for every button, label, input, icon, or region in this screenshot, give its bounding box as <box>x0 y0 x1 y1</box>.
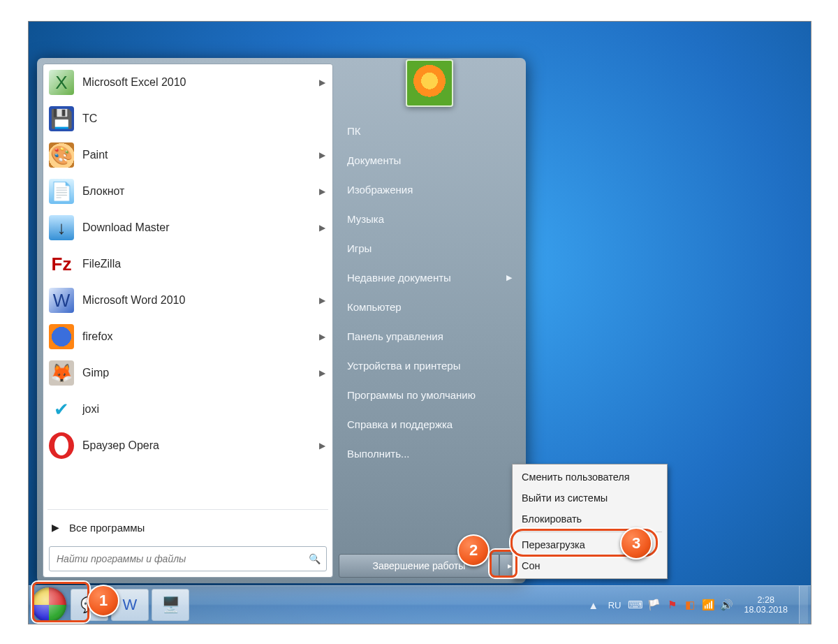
network-icon[interactable]: 📶 <box>702 599 714 611</box>
chevron-right-icon: ▶ <box>319 223 325 233</box>
search-input[interactable] <box>55 552 309 565</box>
gimp-icon: 🦊 <box>49 360 74 386</box>
program-item[interactable]: 💾TC <box>43 101 332 137</box>
start-search[interactable]: 🔍 <box>49 546 327 571</box>
tc-icon: 💾 <box>49 106 74 131</box>
program-label: Microsoft Excel 2010 <box>82 76 311 89</box>
paint-icon: 🎨 <box>49 142 74 168</box>
clock-date: 18.03.2018 <box>744 605 788 615</box>
user-avatar[interactable] <box>406 59 453 107</box>
word-icon: W <box>49 288 74 313</box>
chevron-right-icon: ▶ <box>319 186 325 196</box>
action-center-icon[interactable]: 🏳️ <box>647 599 660 611</box>
callout-badge-2: 2 <box>457 534 490 566</box>
start-menu-left-pane: XMicrosoft Excel 2010▶💾TC🎨Paint▶📄Блокнот… <box>43 64 333 578</box>
chevron-right-icon: ▶ <box>319 78 325 87</box>
shutdown-option[interactable]: Блокировать <box>515 508 665 529</box>
program-item[interactable]: Браузер Opera▶ <box>43 427 332 464</box>
system-link-label: ПК <box>347 125 361 137</box>
program-item[interactable]: FzFileZilla <box>43 246 332 282</box>
taskbar-app-control-panel[interactable]: 🖥️ <box>152 589 189 621</box>
system-link[interactable]: Выполнить... <box>339 439 520 467</box>
program-item[interactable]: ↓Download Master▶ <box>43 210 332 246</box>
program-label: Paint <box>82 149 311 161</box>
excel-icon: X <box>49 70 74 95</box>
note-icon: 📄 <box>49 179 74 204</box>
shutdown-group: Завершение работы ▸ <box>339 554 520 578</box>
system-link[interactable]: ПК <box>339 117 520 145</box>
security-icon[interactable]: ⚑ <box>666 599 678 611</box>
system-link-label: Устройства и принтеры <box>347 360 460 372</box>
joxi-icon: ✔ <box>49 397 74 422</box>
start-menu: XMicrosoft Excel 2010▶💾TC🎨Paint▶📄Блокнот… <box>37 58 526 583</box>
shutdown-option[interactable]: Сменить пользователя <box>515 467 665 488</box>
system-link[interactable]: Компьютер <box>339 293 520 321</box>
system-link[interactable]: Игры <box>339 234 520 262</box>
clock[interactable]: 2:28 18.03.2018 <box>738 595 793 615</box>
chevron-right-icon: ▶ <box>319 368 325 378</box>
system-link-label: Игры <box>347 242 372 254</box>
system-link[interactable]: Изображения <box>339 175 520 203</box>
dm-icon: ↓ <box>49 215 74 240</box>
shutdown-option[interactable]: Выйти из системы <box>515 488 665 508</box>
program-item[interactable]: firefox▶ <box>43 319 332 355</box>
system-link[interactable]: Программы по умолчанию <box>339 381 520 409</box>
chevron-right-icon: ▶ <box>319 150 325 160</box>
recent-programs-list: XMicrosoft Excel 2010▶💾TC🎨Paint▶📄Блокнот… <box>43 64 332 506</box>
app-tray-icon[interactable]: ◧ <box>684 599 696 611</box>
program-item[interactable]: ✔joxi <box>43 391 332 427</box>
program-label: Блокнот <box>82 185 311 198</box>
taskbar: 💬 W 🖥️ ▲ RU ⌨ 🏳️ ⚑ ◧ 📶 🔊 2:28 18.03.2018 <box>29 585 811 624</box>
system-link-label: Справка и поддержка <box>347 418 453 430</box>
keyboard-icon[interactable]: ⌨ <box>629 599 642 611</box>
system-link-label: Программы по умолчанию <box>347 389 476 401</box>
shutdown-option[interactable]: Сон <box>515 555 665 576</box>
language-indicator[interactable]: RU <box>605 600 624 610</box>
system-link-label: Панель управления <box>347 330 443 342</box>
chevron-right-icon: ▶ <box>506 273 512 282</box>
start-button[interactable] <box>31 587 66 622</box>
fz-icon: Fz <box>49 251 74 277</box>
system-link-label: Выполнить... <box>347 448 410 460</box>
system-link-label: Недавние документы <box>347 272 451 284</box>
tray-chevron-icon[interactable]: ▲ <box>587 599 600 611</box>
system-tray: ▲ RU ⌨ 🏳️ ⚑ ◧ 📶 🔊 2:28 18.03.2018 <box>585 586 811 624</box>
program-item[interactable]: WMicrosoft Word 2010▶ <box>43 282 332 319</box>
chevron-right-icon: ▶ <box>319 295 325 305</box>
separator <box>47 509 328 510</box>
callout-badge-1: 1 <box>87 585 119 617</box>
program-label: joxi <box>82 403 325 416</box>
desktop: XMicrosoft Excel 2010▶💾TC🎨Paint▶📄Блокнот… <box>28 21 811 624</box>
clock-time: 2:28 <box>744 595 788 605</box>
all-programs[interactable]: ▶ Все программы <box>43 513 332 542</box>
volume-icon[interactable]: 🔊 <box>720 599 733 611</box>
program-item[interactable]: XMicrosoft Excel 2010▶ <box>43 64 332 101</box>
program-label: TC <box>82 112 325 125</box>
program-item[interactable]: 🎨Paint▶ <box>43 137 332 173</box>
callout-badge-3: 3 <box>620 527 652 559</box>
program-label: firefox <box>82 330 311 343</box>
program-label: Gimp <box>82 367 311 379</box>
program-label: Браузер Opera <box>82 439 311 452</box>
program-item[interactable]: 📄Блокнот▶ <box>43 173 332 210</box>
system-link[interactable]: Документы <box>339 146 520 174</box>
system-link-label: Документы <box>347 154 401 166</box>
user-avatar-wrap <box>339 64 520 114</box>
system-link[interactable]: Недавние документы▶ <box>339 263 520 291</box>
opera-icon <box>49 433 74 458</box>
show-desktop-button[interactable] <box>799 586 808 624</box>
chevron-right-icon: ▶ <box>319 441 325 451</box>
system-link[interactable]: Музыка <box>339 205 520 233</box>
system-link[interactable]: Панель управления <box>339 322 520 350</box>
system-links: ПКДокументыИзображенияМузыкаИгрыНедавние… <box>339 114 520 554</box>
shutdown-submenu: Сменить пользователяВыйти из системыБлок… <box>512 464 668 579</box>
chevron-right-icon: ▶ <box>319 332 325 342</box>
system-link-label: Компьютер <box>347 301 402 313</box>
system-link[interactable]: Справка и поддержка <box>339 410 520 438</box>
search-icon: 🔍 <box>309 553 321 564</box>
chevron-right-icon: ▶ <box>52 522 59 533</box>
system-link[interactable]: Устройства и принтеры <box>339 351 520 379</box>
program-label: FileZilla <box>82 258 325 270</box>
program-item[interactable]: 🦊Gimp▶ <box>43 355 332 391</box>
program-label: Microsoft Word 2010 <box>82 294 311 307</box>
